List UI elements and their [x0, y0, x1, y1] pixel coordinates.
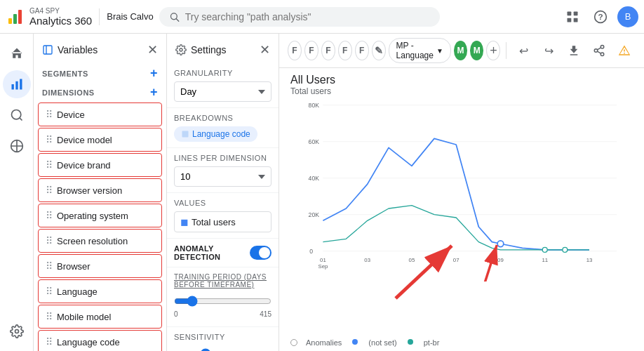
toolbar-circle-f1[interactable]: F: [288, 41, 302, 60]
training-period-section: TRAINING PERIOD (DAYS BEFORE TIMEFRAME) …: [167, 267, 279, 327]
nav-advertising[interactable]: [3, 132, 31, 160]
drag-handle-icon: ⠿: [46, 336, 53, 347]
sensitivity-slider[interactable]: [174, 348, 271, 351]
segments-section-label: SEGMENTS +: [34, 63, 166, 82]
drag-handle-icon: ⠿: [46, 311, 53, 322]
toolbar-pencil-button[interactable]: ✎: [372, 41, 386, 60]
lines-per-dimension-select[interactable]: 10: [174, 166, 271, 187]
dim-item-mobile-model[interactable]: ⠿ Mobile model: [38, 305, 162, 329]
dim-label: Mobile model: [57, 312, 111, 322]
dim-item-device-brand[interactable]: ⠿ Device brand: [38, 153, 162, 177]
value-chip[interactable]: ◼ Total users: [174, 211, 271, 232]
anomaly-detection-section: ANOMALY DETECTION: [167, 239, 279, 267]
dim-item-screen-resolution[interactable]: ⠿ Screen resolution: [38, 229, 162, 253]
toolbar-circle-f5[interactable]: F: [355, 41, 369, 60]
search-input[interactable]: [185, 11, 430, 22]
m-circle-2[interactable]: M: [470, 41, 483, 60]
add-comparison-button[interactable]: +: [486, 41, 500, 60]
toolbar-circle-f4[interactable]: F: [338, 41, 352, 60]
logo-area: GA4 SPY Analytics 360 Brais Calvo: [6, 7, 154, 27]
dim-label: Operating system: [57, 211, 128, 221]
dim-item-operating-system[interactable]: ⠿ Operating system: [38, 204, 162, 227]
analytics-logo-icon: [6, 7, 25, 27]
y-label-0: 0: [309, 248, 313, 255]
drag-handle-icon: ⠿: [46, 159, 53, 171]
left-nav: [0, 34, 34, 351]
add-segment-button[interactable]: +: [150, 66, 158, 81]
redo-button[interactable]: ↪: [537, 39, 560, 62]
svg-text:13: 13: [586, 257, 593, 263]
variables-icon: [42, 44, 53, 55]
chevron-down-icon: ▼: [436, 47, 443, 55]
property-name: Brais Calvo: [107, 11, 153, 22]
svg-point-44: [408, 339, 413, 345]
svg-rect-2: [13, 14, 17, 24]
ga-spy-label: GA4 SPY: [29, 7, 92, 15]
help-button[interactable]: ?: [589, 6, 612, 28]
nav-settings[interactable]: [3, 317, 31, 345]
settings-close-button[interactable]: ✕: [260, 42, 270, 58]
training-period-slider[interactable]: [174, 296, 271, 307]
lines-per-dimension-label: LINES PER DIMENSION: [174, 154, 271, 162]
breakdown-icon: [181, 130, 189, 138]
drag-handle-icon: ⠿: [46, 109, 53, 120]
toolbar-circle-f2[interactable]: F: [304, 41, 318, 60]
svg-rect-18: [43, 46, 52, 54]
language-select[interactable]: MP - Language ▼: [389, 38, 451, 63]
nav-explore[interactable]: [3, 101, 31, 129]
dim-item-browser-version[interactable]: ⠿ Browser version: [38, 178, 162, 202]
user-avatar[interactable]: B: [617, 6, 638, 27]
divider: [99, 8, 100, 25]
top-bar: GA4 SPY Analytics 360 Brais Calvo ? B: [0, 0, 644, 34]
breakdowns-section: BREAKDOWNS Language code: [167, 108, 279, 148]
download-button[interactable]: [563, 39, 585, 62]
nav-reports[interactable]: [3, 70, 31, 98]
top-bar-right: ? B: [561, 6, 638, 28]
chart-subtitle: Total users: [290, 86, 633, 96]
search-bar[interactable]: [159, 7, 440, 27]
app-title-area: GA4 SPY Analytics 360: [29, 7, 92, 27]
settings-panel: Settings ✕ GRANULARITY Day BREAKDOWNS La…: [167, 34, 279, 351]
not-set-legend-label: (not set): [368, 338, 396, 347]
chart-title: All Users: [290, 74, 633, 86]
drag-handle-icon: ⠿: [46, 185, 53, 196]
svg-text:Sep: Sep: [318, 263, 328, 270]
dim-item-language[interactable]: ⠿ Language: [38, 279, 162, 303]
y-label-60k: 60K: [309, 138, 320, 145]
svg-point-23: [594, 49, 598, 53]
dim-label: Device: [57, 110, 85, 120]
dim-label: Browser: [57, 261, 90, 272]
dim-item-browser[interactable]: ⠿ Browser: [38, 254, 162, 278]
sidebar-title-area: Variables: [42, 44, 98, 55]
toolbar-circle-f3[interactable]: F: [321, 41, 335, 60]
share-button[interactable]: [588, 39, 610, 62]
add-dimension-button[interactable]: +: [150, 85, 158, 100]
apps-grid-button[interactable]: [561, 6, 584, 28]
chart-wrapper: 80K 60K 40K 20K 0 01 Sep 03 05 07 09 11: [279, 96, 644, 336]
breakdown-chip-label: Language code: [192, 129, 250, 139]
undo-button[interactable]: ↩: [512, 39, 535, 62]
nav-home[interactable]: [3, 39, 31, 67]
variables-close-button[interactable]: ✕: [147, 42, 158, 58]
settings-title-area: Settings: [175, 44, 227, 55]
m-circle-1[interactable]: M: [454, 41, 467, 60]
dimension-list: ⠿ Device ⠿ Device model ⠿ Device brand ⠿…: [34, 101, 166, 351]
settings-title: Settings: [191, 44, 227, 55]
training-max-label: 415: [260, 310, 271, 318]
chart-dot-teal-1: [542, 247, 547, 252]
anomaly-detection-toggle[interactable]: [250, 246, 271, 260]
granularity-select[interactable]: Day: [174, 81, 271, 102]
svg-text:01: 01: [320, 257, 326, 263]
sidebar-header: Variables ✕: [34, 34, 166, 63]
sensitivity-slider-container: Low High: [174, 345, 271, 351]
dim-item-language-code[interactable]: ⠿ Language code: [38, 330, 162, 351]
dim-item-device-model[interactable]: ⠿ Device model: [38, 128, 162, 152]
dimensions-section-label: DIMENSIONS +: [34, 82, 166, 101]
breakdown-chip[interactable]: Language code: [174, 126, 257, 142]
svg-line-16: [19, 118, 22, 121]
search-icon: [169, 11, 180, 22]
dim-item-device[interactable]: ⠿ Device: [38, 102, 162, 126]
svg-point-24: [601, 53, 604, 56]
sensitivity-section: SENSITIVITY Low High: [167, 327, 279, 351]
alert-button[interactable]: [613, 39, 636, 62]
